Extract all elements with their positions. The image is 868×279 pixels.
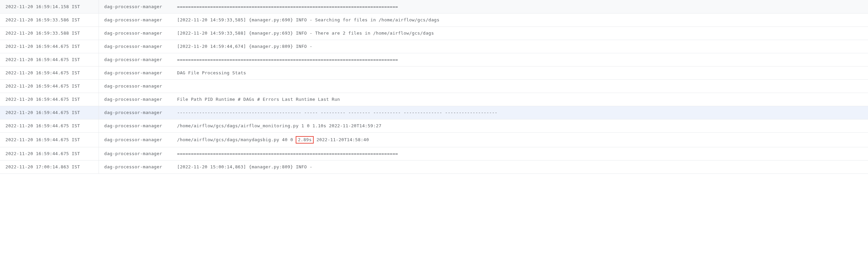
- log-source: dag-processor-manager: [99, 53, 172, 66]
- log-timestamp: 2022-11-20 16:59:44.675 IST: [0, 66, 99, 79]
- log-message: [2022-11-20 14:59:33,585] {manager.py:69…: [172, 13, 868, 26]
- log-source: dag-processor-manager: [99, 0, 172, 13]
- log-source: dag-processor-manager: [99, 40, 172, 53]
- log-message: [2022-11-20 15:00:14,863] {manager.py:80…: [172, 160, 868, 173]
- log-row[interactable]: 2022-11-20 17:00:14.863 ISTdag-processor…: [0, 160, 868, 173]
- log-row[interactable]: 2022-11-20 16:59:44.675 ISTdag-processor…: [0, 40, 868, 53]
- log-row[interactable]: 2022-11-20 16:59:44.675 ISTdag-processor…: [0, 147, 868, 160]
- log-timestamp: 2022-11-20 16:59:44.675 IST: [0, 53, 99, 66]
- log-message: File Path PID Runtime # DAGs # Errors La…: [172, 93, 868, 106]
- log-message: ========================================…: [172, 53, 868, 66]
- log-row[interactable]: 2022-11-20 16:59:44.675 ISTdag-processor…: [0, 119, 868, 132]
- log-table: 2022-11-20 16:59:14.158 ISTdag-processor…: [0, 0, 868, 174]
- log-source: dag-processor-manager: [99, 13, 172, 26]
- log-row[interactable]: 2022-11-20 16:59:44.675 ISTdag-processor…: [0, 132, 868, 147]
- log-source: dag-processor-manager: [99, 119, 172, 132]
- log-row[interactable]: 2022-11-20 16:59:33.586 ISTdag-processor…: [0, 13, 868, 26]
- log-message: ----------------------------------------…: [172, 106, 868, 119]
- log-message: /home/airflow/gcs/dags/manydagsbig.py 40…: [172, 132, 868, 147]
- log-source: dag-processor-manager: [99, 66, 172, 79]
- log-source: dag-processor-manager: [99, 93, 172, 106]
- log-message: ========================================…: [172, 0, 868, 13]
- log-row[interactable]: 2022-11-20 16:59:44.675 ISTdag-processor…: [0, 93, 868, 106]
- log-timestamp: 2022-11-20 16:59:44.675 IST: [0, 106, 99, 119]
- log-message: DAG File Processing Stats: [172, 66, 868, 79]
- log-source: dag-processor-manager: [99, 79, 172, 93]
- log-timestamp: 2022-11-20 16:59:33.586 IST: [0, 13, 99, 26]
- log-source: dag-processor-manager: [99, 106, 172, 119]
- log-row[interactable]: 2022-11-20 16:59:14.158 ISTdag-processor…: [0, 0, 868, 13]
- log-timestamp: 2022-11-20 16:59:44.675 IST: [0, 147, 99, 160]
- log-message: /home/airflow/gcs/dags/airflow_monitorin…: [172, 119, 868, 132]
- log-timestamp: 2022-11-20 16:59:44.675 IST: [0, 132, 99, 147]
- annotation-highlight-box: 2.89s: [296, 136, 314, 144]
- log-row[interactable]: 2022-11-20 16:59:44.675 ISTdag-processor…: [0, 53, 868, 66]
- log-message: [172, 79, 868, 93]
- log-source: dag-processor-manager: [99, 132, 172, 147]
- log-row[interactable]: 2022-11-20 16:59:44.675 ISTdag-processor…: [0, 106, 868, 119]
- log-timestamp: 2022-11-20 16:59:44.675 IST: [0, 79, 99, 93]
- log-timestamp: 2022-11-20 16:59:14.158 IST: [0, 0, 99, 13]
- log-source: dag-processor-manager: [99, 26, 172, 40]
- log-message: [2022-11-20 14:59:44,674] {manager.py:80…: [172, 40, 868, 53]
- log-message-prefix: /home/airflow/gcs/dags/manydagsbig.py 40…: [177, 137, 296, 142]
- log-timestamp: 2022-11-20 16:59:44.675 IST: [0, 93, 99, 106]
- log-timestamp: 2022-11-20 16:59:44.675 IST: [0, 119, 99, 132]
- log-table-body: 2022-11-20 16:59:14.158 ISTdag-processor…: [0, 0, 868, 173]
- log-message: [2022-11-20 14:59:33,588] {manager.py:69…: [172, 26, 868, 40]
- log-message-suffix: 2022-11-20T14:58:40: [314, 137, 369, 142]
- log-row[interactable]: 2022-11-20 16:59:33.588 ISTdag-processor…: [0, 26, 868, 40]
- log-timestamp: 2022-11-20 17:00:14.863 IST: [0, 160, 99, 173]
- log-source: dag-processor-manager: [99, 147, 172, 160]
- log-row[interactable]: 2022-11-20 16:59:44.675 ISTdag-processor…: [0, 79, 868, 93]
- log-source: dag-processor-manager: [99, 160, 172, 173]
- log-row[interactable]: 2022-11-20 16:59:44.675 ISTdag-processor…: [0, 66, 868, 79]
- log-timestamp: 2022-11-20 16:59:44.675 IST: [0, 40, 99, 53]
- log-message: ========================================…: [172, 147, 868, 160]
- log-timestamp: 2022-11-20 16:59:33.588 IST: [0, 26, 99, 40]
